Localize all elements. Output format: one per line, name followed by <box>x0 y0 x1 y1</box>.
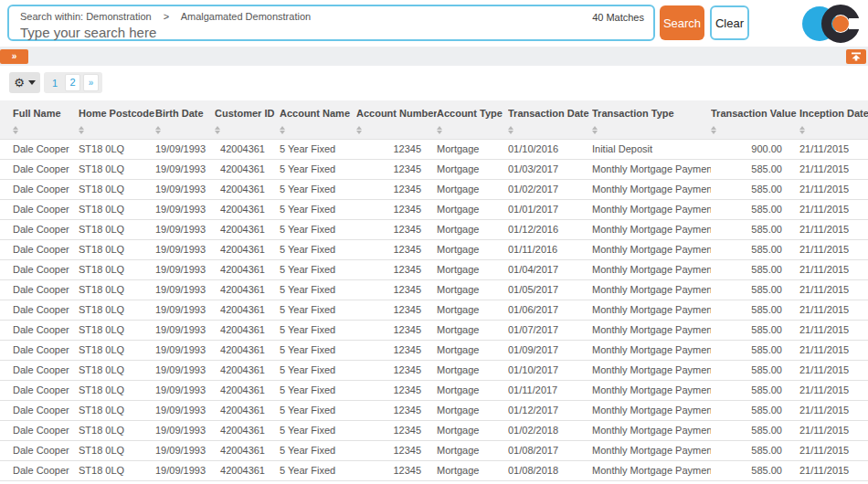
table-row[interactable]: Dale CooperST18 0LQ19/09/1993420043615 Y… <box>0 340 868 360</box>
sort-icon[interactable] <box>799 126 805 134</box>
table-cell: 01/07/2017 <box>508 320 592 340</box>
table-cell: 12345 <box>356 460 437 480</box>
sort-down-arrow <box>356 131 362 134</box>
column-header-transaction-date[interactable]: Transaction Date <box>508 100 592 139</box>
table-row[interactable]: Dale CooperST18 0LQ19/09/1993420043615 Y… <box>0 219 868 239</box>
sort-up-arrow <box>155 126 161 130</box>
table-cell: 42004361 <box>215 159 280 179</box>
table-cell: 42004361 <box>215 360 280 380</box>
gear-icon: ⚙ <box>14 76 25 89</box>
table-cell: 5 Year Fixed <box>280 360 356 380</box>
sort-icon[interactable] <box>280 126 285 134</box>
pagination-page-1-current[interactable]: 1 <box>48 78 62 89</box>
table-row[interactable]: Dale CooperST18 0LQ19/09/1993420043615 Y… <box>0 380 868 400</box>
table-row[interactable]: Dale CooperST18 0LQ19/09/1993420043615 Y… <box>0 279 868 300</box>
table-cell: 5 Year Fixed <box>280 219 356 239</box>
table-cell: Monthly Mortgage Payment <box>592 360 711 380</box>
table-row[interactable]: Dale CooperST18 0LQ19/09/1993420043615 Y… <box>0 420 868 440</box>
table-cell: 12345 <box>356 199 437 219</box>
sort-icon[interactable] <box>508 126 513 134</box>
column-header-home-postcode[interactable]: Home Postcode <box>79 100 155 139</box>
table-cell: Monthly Mortgage Payment <box>592 279 711 300</box>
table-cell: 5 Year Fixed <box>280 340 356 360</box>
table-row[interactable]: Dale CooperST18 0LQ19/09/1993420043615 Y… <box>0 360 868 380</box>
search-input[interactable] <box>20 24 532 40</box>
table-cell: 21/11/2015 <box>799 219 868 239</box>
table-cell: Dale Cooper <box>0 259 79 279</box>
table-cell: Mortgage <box>437 340 508 360</box>
table-cell: 585.00 <box>711 400 799 420</box>
column-header-transaction-type[interactable]: Transaction Type <box>592 100 711 139</box>
table-cell: Monthly Mortgage Payment <box>592 199 711 219</box>
column-header-full-name[interactable]: Full Name <box>0 100 79 139</box>
table-row[interactable]: Dale CooperST18 0LQ19/09/1993420043615 Y… <box>0 179 868 199</box>
table-row[interactable]: Dale CooperST18 0LQ19/09/1993420043615 Y… <box>0 199 868 219</box>
search-section: Search within: Demonstration > Amalgamat… <box>0 0 868 47</box>
table-cell: Dale Cooper <box>0 139 79 159</box>
breadcrumb-item-demonstration[interactable]: Demonstration <box>86 11 152 22</box>
table-cell: 21/11/2015 <box>799 239 868 259</box>
column-header-account-number[interactable]: Account Number <box>356 100 437 139</box>
table-cell: Mortgage <box>437 300 508 320</box>
sort-icon[interactable] <box>356 126 362 134</box>
table-cell: 19/09/1993 <box>155 219 215 239</box>
table-cell: Dale Cooper <box>0 279 79 300</box>
table-row[interactable]: Dale CooperST18 0LQ19/09/1993420043615 Y… <box>0 300 868 320</box>
column-header-customer-id[interactable]: Customer ID <box>215 100 280 139</box>
table-cell: Mortgage <box>437 179 508 199</box>
table-row[interactable]: Dale CooperST18 0LQ19/09/1993420043615 Y… <box>0 400 868 420</box>
table-row[interactable]: Dale CooperST18 0LQ19/09/1993420043615 Y… <box>0 139 868 159</box>
table-cell: Dale Cooper <box>0 360 79 380</box>
sort-icon[interactable] <box>592 126 598 134</box>
table-cell: 42004361 <box>215 179 280 199</box>
pagination-page-2[interactable]: 2 <box>65 74 80 91</box>
clear-button[interactable]: Clear <box>710 5 749 40</box>
collapse-top-button[interactable] <box>846 49 866 64</box>
table-row[interactable]: Dale CooperST18 0LQ19/09/1993420043615 Y… <box>0 320 868 340</box>
column-header-inception-date[interactable]: Inception Date <box>799 100 868 139</box>
sort-down-arrow <box>799 131 805 134</box>
expand-panel-button[interactable]: » <box>0 49 28 64</box>
sort-icon[interactable] <box>437 126 442 134</box>
table-cell: 5 Year Fixed <box>280 460 356 480</box>
column-header-transaction-value[interactable]: Transaction Value <box>711 100 799 139</box>
settings-dropdown-button[interactable]: ⚙ <box>9 72 40 93</box>
table-row[interactable]: Dale CooperST18 0LQ19/09/1993420043615 Y… <box>0 259 868 279</box>
table-cell: Mortgage <box>437 139 508 159</box>
column-header-label: Transaction Value <box>711 108 796 119</box>
table-row[interactable]: Dale CooperST18 0LQ19/09/1993420043615 Y… <box>0 159 868 179</box>
logo-c-notch <box>849 18 863 29</box>
sort-icon[interactable] <box>711 126 716 134</box>
table-cell: 12345 <box>356 219 437 239</box>
table-cell: 42004361 <box>215 380 280 400</box>
table-cell: 19/09/1993 <box>155 139 215 159</box>
table-row[interactable]: Dale CooperST18 0LQ19/09/1993420043615 Y… <box>0 460 868 480</box>
sort-down-arrow <box>215 131 220 134</box>
table-cell: ST18 0LQ <box>79 400 155 420</box>
table-cell: 01/10/2017 <box>508 360 592 380</box>
table-cell: Dale Cooper <box>0 219 79 239</box>
sort-icon[interactable] <box>155 126 161 134</box>
table-cell: Dale Cooper <box>0 159 79 179</box>
table-cell: 42004361 <box>215 320 280 340</box>
search-button[interactable]: Search <box>660 5 704 40</box>
table-row[interactable]: Dale CooperST18 0LQ19/09/1993420043615 Y… <box>0 239 868 259</box>
column-header-birth-date[interactable]: Birth Date <box>155 100 215 139</box>
table-cell: 5 Year Fixed <box>280 239 356 259</box>
column-header-account-type[interactable]: Account Type <box>437 100 508 139</box>
table-cell: Initial Deposit <box>592 139 711 159</box>
table-cell: 01/05/2017 <box>508 279 592 300</box>
search-box[interactable]: Search within: Demonstration > Amalgamat… <box>7 5 655 41</box>
table-cell: 01/11/2017 <box>508 380 592 400</box>
table-cell: ST18 0LQ <box>79 380 155 400</box>
sort-icon[interactable] <box>215 126 220 134</box>
pagination-next-button[interactable]: » <box>83 74 99 91</box>
table-cell: Dale Cooper <box>0 460 79 480</box>
sort-icon[interactable] <box>79 126 84 134</box>
column-header-account-name[interactable]: Account Name <box>280 100 356 139</box>
table-cell: 12345 <box>356 279 437 300</box>
breadcrumb-item-amalgamated-demonstration[interactable]: Amalgamated Demonstration <box>181 11 311 22</box>
table-cell: ST18 0LQ <box>79 320 155 340</box>
table-row[interactable]: Dale CooperST18 0LQ19/09/1993420043615 Y… <box>0 440 868 460</box>
sort-icon[interactable] <box>13 126 18 134</box>
